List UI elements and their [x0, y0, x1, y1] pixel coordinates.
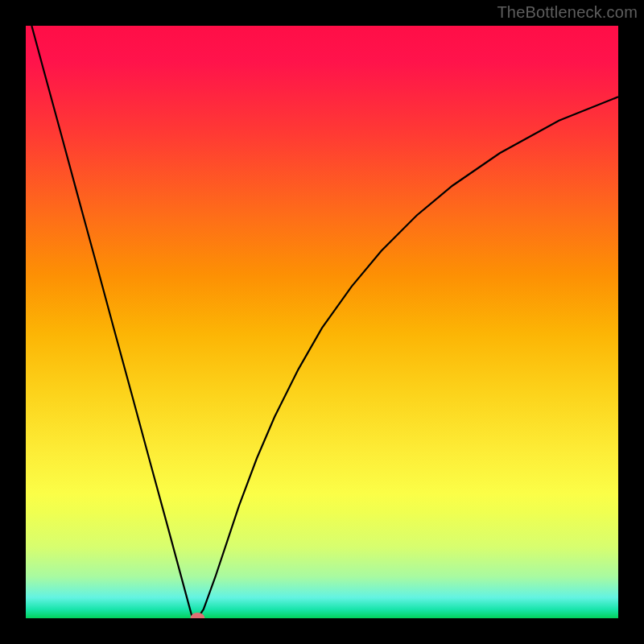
plot-area	[26, 26, 618, 618]
watermark-text: TheBottleneck.com	[497, 3, 638, 22]
bottleneck-curve	[31, 26, 618, 618]
chart-container: TheBottleneck.com	[0, 0, 644, 644]
minimum-marker	[190, 613, 204, 618]
curve-svg	[26, 26, 618, 618]
